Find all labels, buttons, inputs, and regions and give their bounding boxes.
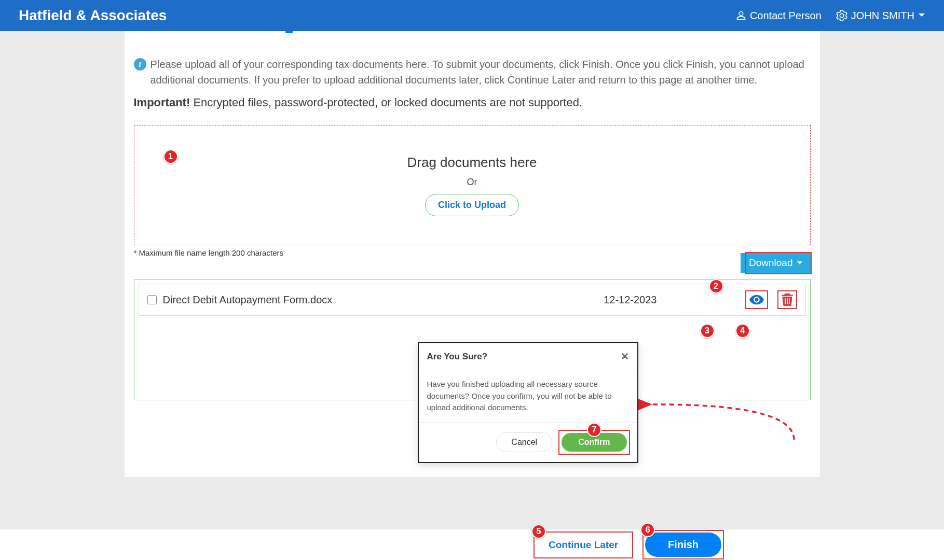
- gear-icon: [836, 10, 847, 21]
- callout-3: 3: [700, 324, 715, 338]
- caret-down-icon: [797, 261, 802, 264]
- important-text: Encrypted files, password-protected, or …: [190, 96, 582, 109]
- callout-6: 6: [640, 523, 655, 537]
- callout-5: 5: [531, 524, 546, 539]
- annotation-arrow: [638, 393, 804, 455]
- brand-title: Hatfield & Associates: [19, 7, 167, 24]
- callout-1: 1: [163, 149, 178, 164]
- dropzone-or: Or: [467, 177, 477, 188]
- info-text: Please upload all of your corresponding …: [151, 57, 811, 88]
- contact-label: Contact Person: [750, 10, 822, 22]
- contact-person-link[interactable]: Contact Person: [736, 10, 822, 22]
- upload-dropzone[interactable]: Drag documents here Or Click to Upload: [134, 125, 811, 245]
- user-menu[interactable]: JOHN SMITH: [836, 10, 925, 22]
- click-to-upload-button[interactable]: Click to Upload: [425, 194, 519, 216]
- important-note: Important! Encrypted files, password-pro…: [134, 96, 811, 109]
- footer-bar: 5 Continue Later 6 Finish: [0, 529, 944, 560]
- person-icon: [736, 10, 746, 21]
- important-prefix: Important!: [134, 96, 190, 109]
- eye-icon: [749, 295, 764, 305]
- file-date: 12-12-2023: [604, 294, 656, 306]
- delete-file-button[interactable]: [777, 290, 797, 309]
- divider: [134, 47, 811, 47]
- modal-footer: Cancel 7 Confirm: [419, 423, 637, 462]
- download-label: Download: [749, 257, 793, 269]
- download-button[interactable]: Download: [741, 253, 811, 273]
- trash-icon: [782, 293, 793, 306]
- active-tab-indicator: [285, 31, 293, 33]
- info-banner: i Please upload all of your correspondin…: [134, 57, 811, 88]
- modal-close-button[interactable]: ✕: [621, 351, 629, 362]
- file-row: Direct Debit Autopayment Form.docx 12-12…: [139, 284, 806, 316]
- callout-2: 2: [709, 279, 723, 293]
- top-header: Hatfield & Associates Contact Person JOH…: [0, 0, 944, 31]
- modal-body: Have you finished uploading all necessar…: [419, 370, 637, 423]
- dropzone-title: Drag documents here: [407, 155, 537, 171]
- callout-7: 7: [587, 423, 601, 437]
- modal-title: Are You Sure?: [427, 352, 488, 362]
- continue-later-button[interactable]: Continue Later: [536, 534, 631, 556]
- caret-down-icon: [918, 13, 925, 18]
- callout-4: 4: [735, 324, 750, 338]
- modal-header: Are You Sure? ✕: [419, 343, 637, 370]
- page-content: i Please upload all of your correspondin…: [125, 31, 820, 477]
- info-icon: i: [134, 58, 146, 71]
- finish-button[interactable]: Finish: [645, 533, 721, 557]
- file-name: Direct Debit Autopayment Form.docx: [163, 294, 333, 306]
- preview-file-button[interactable]: [745, 290, 768, 309]
- header-right: Contact Person JOHN SMITH: [736, 10, 925, 22]
- file-checkbox[interactable]: [147, 295, 157, 304]
- modal-cancel-button[interactable]: Cancel: [496, 432, 552, 452]
- confirm-modal: Are You Sure? ✕ Have you finished upload…: [418, 342, 638, 463]
- user-name: JOHN SMITH: [851, 10, 914, 22]
